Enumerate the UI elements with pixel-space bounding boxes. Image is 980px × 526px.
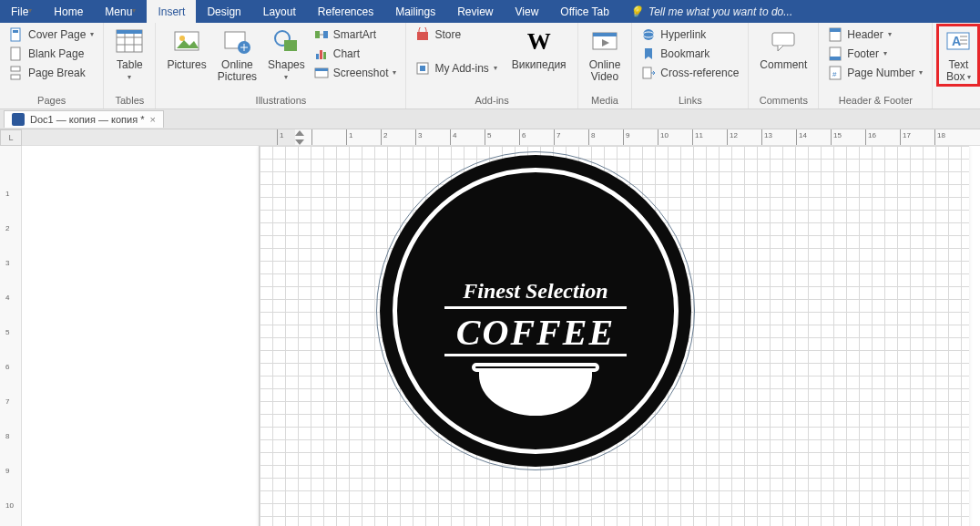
svg-point-12 (179, 36, 185, 41)
svg-rect-32 (643, 67, 651, 78)
group-tables-label: Tables (109, 93, 149, 108)
wikipedia-button[interactable]: WВикипедия (506, 26, 572, 73)
svg-point-30 (643, 29, 654, 40)
text-box-button[interactable]: AText Box (938, 26, 978, 85)
tab-file[interactable]: File (0, 0, 43, 23)
close-tab-icon[interactable]: × (149, 114, 155, 125)
horizontal-ruler[interactable]: 1123456789101112131415161718 (22, 129, 980, 145)
group-illustrations: Pictures Online Pictures Shapes SmartArt… (156, 23, 406, 108)
page-break-button[interactable]: Page Break (5, 64, 97, 82)
shapes-icon (271, 27, 301, 57)
tab-references[interactable]: References (307, 0, 384, 23)
group-media-label: Media (584, 93, 627, 108)
cross-reference-button[interactable]: Cross-reference (638, 64, 742, 82)
lightbulb-icon: 💡 (629, 5, 643, 18)
svg-text:#: # (832, 70, 837, 78)
my-addins-button[interactable]: My Add-ins (412, 59, 500, 77)
document-tab[interactable]: Doc1 — копия — копия * × (4, 110, 164, 128)
pictures-icon (172, 27, 201, 57)
svg-rect-19 (316, 54, 319, 59)
logo-subtitle: Finest Selection (376, 279, 695, 304)
group-pages-label: Pages (5, 93, 97, 108)
ruler-corner: L (0, 129, 22, 146)
svg-rect-17 (315, 31, 320, 38)
screenshot-label: Screenshot (333, 67, 389, 79)
svg-rect-18 (323, 31, 328, 38)
tab-insert[interactable]: Insert (147, 0, 196, 23)
shapes-button[interactable]: Shapes (262, 26, 311, 85)
group-hf-label: Header & Footer (824, 93, 926, 108)
group-text: AText Box Quick Parts AWordArt ADrop Cap… (933, 23, 980, 108)
tell-me-label: Tell me what you want to do... (648, 5, 792, 18)
online-pictures-icon (222, 27, 251, 57)
hyperlink-button[interactable]: Hyperlink (638, 26, 742, 44)
group-illustrations-label: Illustrations (161, 93, 400, 108)
document-canvas[interactable]: Finest Selection COFFEE (22, 146, 980, 526)
tell-me-search[interactable]: 💡 Tell me what you want to do... (629, 0, 792, 23)
page-number-label: Page Number (847, 67, 914, 79)
comment-button[interactable]: Comment (754, 26, 812, 73)
coffee-logo-shape[interactable]: Finest Selection COFFEE (376, 151, 695, 470)
group-links-label: Links (638, 93, 742, 108)
shapes-label: Shapes (268, 59, 305, 83)
svg-text:A: A (952, 34, 961, 48)
header-button[interactable]: Header (824, 26, 926, 44)
hyperlink-label: Hyperlink (660, 28, 706, 41)
pictures-button[interactable]: Pictures (161, 26, 211, 73)
page-number-icon: # (828, 66, 842, 80)
page-break-icon (9, 66, 24, 80)
header-icon (828, 27, 842, 42)
tab-office[interactable]: Office Tab (549, 0, 620, 23)
chart-button[interactable]: Chart (311, 45, 401, 63)
cover-page-label: Cover Page (28, 28, 86, 41)
group-text-label: Text (938, 93, 980, 108)
table-label: Table (115, 59, 144, 83)
svg-rect-3 (11, 67, 20, 71)
footer-icon (828, 46, 842, 61)
smartart-button[interactable]: SmartArt (311, 26, 401, 44)
online-pictures-button[interactable]: Online Pictures (212, 26, 262, 85)
cover-page-button[interactable]: Cover Page (5, 26, 97, 44)
text-box-icon: A (944, 27, 973, 57)
ribbon-insert: Cover Page Blank Page Page Break Pages T… (0, 23, 980, 109)
cover-page-icon (9, 27, 24, 42)
screenshot-button[interactable]: Screenshot (311, 64, 401, 82)
blank-page-button[interactable]: Blank Page (5, 45, 97, 63)
blank-page-label: Blank Page (28, 47, 84, 60)
document-title: Doc1 — копия — копия * (30, 114, 144, 125)
svg-rect-2 (11, 47, 20, 60)
svg-rect-28 (593, 33, 617, 36)
tab-layout[interactable]: Layout (252, 0, 307, 23)
smartart-label: SmartArt (333, 28, 376, 41)
my-addins-label: My Add-ins (434, 62, 488, 75)
blank-page-icon (9, 46, 24, 61)
tab-review[interactable]: Review (446, 0, 504, 23)
menu-tabs: File Home Menu Insert Design Layout Refe… (0, 0, 980, 23)
tab-design[interactable]: Design (196, 0, 251, 23)
tab-home[interactable]: Home (43, 0, 94, 23)
table-button[interactable]: Table (109, 26, 149, 85)
footer-button[interactable]: Footer (824, 45, 926, 63)
online-video-button[interactable]: Online Video (584, 26, 627, 85)
group-comments: Comment Comments (749, 23, 819, 108)
page-number-button[interactable]: #Page Number (824, 64, 926, 82)
smartart-icon (314, 27, 329, 42)
workspace: 12345678910 Finest Selection COFFEE (0, 146, 980, 526)
svg-rect-24 (417, 32, 428, 40)
document-tab-bar: Doc1 — копия — копия * × (0, 109, 980, 129)
tab-menu[interactable]: Menu (94, 0, 147, 23)
chart-icon (314, 46, 329, 61)
hyperlink-icon (641, 27, 656, 42)
group-media: Online Video Media (578, 23, 633, 108)
word-doc-icon (12, 113, 25, 126)
comment-icon (769, 27, 798, 57)
bookmark-button[interactable]: Bookmark (638, 45, 742, 63)
wikipedia-icon: W (525, 27, 554, 57)
store-button[interactable]: Store (412, 26, 500, 44)
group-addins-label: Add-ins (412, 93, 571, 108)
tab-mailings[interactable]: Mailings (384, 0, 446, 23)
vertical-ruler[interactable]: 12345678910 (0, 146, 22, 526)
tab-view[interactable]: View (505, 0, 550, 23)
header-label: Header (847, 28, 883, 41)
store-label: Store (434, 28, 461, 41)
